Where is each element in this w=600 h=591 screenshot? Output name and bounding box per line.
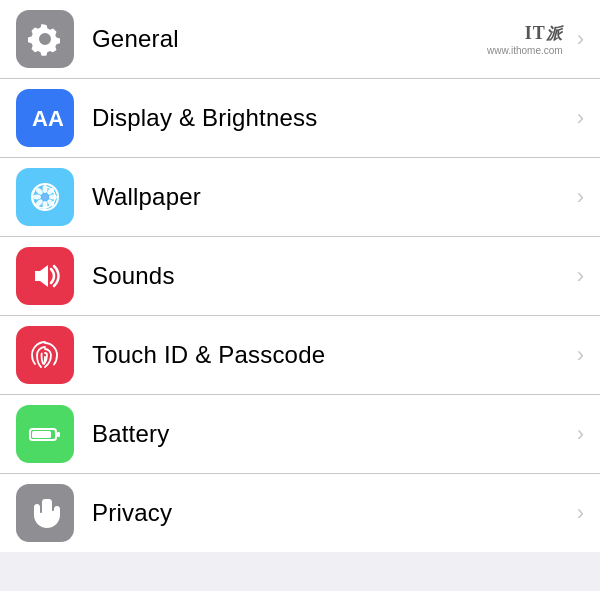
privacy-icon bbox=[27, 495, 63, 531]
wallpaper-chevron: › bbox=[577, 184, 584, 210]
svg-rect-12 bbox=[57, 432, 60, 437]
svg-point-8 bbox=[33, 195, 41, 200]
display-icon: AA bbox=[27, 100, 63, 136]
settings-row-display[interactable]: AA Display & Brightness › bbox=[0, 79, 600, 158]
battery-label: Battery bbox=[92, 420, 577, 448]
battery-icon bbox=[27, 416, 63, 452]
svg-point-2 bbox=[43, 185, 48, 193]
touchid-label: Touch ID & Passcode bbox=[92, 341, 577, 369]
gear-icon bbox=[27, 21, 63, 57]
svg-point-10 bbox=[41, 193, 49, 201]
watermark: IT派 www.ithome.com bbox=[487, 23, 563, 56]
svg-text:AA: AA bbox=[32, 106, 63, 131]
touchid-right: › bbox=[577, 342, 584, 368]
svg-point-6 bbox=[43, 201, 48, 209]
general-icon-wrap bbox=[16, 10, 74, 68]
display-icon-wrap: AA bbox=[16, 89, 74, 147]
settings-row-sounds[interactable]: Sounds › bbox=[0, 237, 600, 316]
privacy-icon-wrap bbox=[16, 484, 74, 542]
general-right: IT派 www.ithome.com › bbox=[487, 23, 584, 56]
svg-point-4 bbox=[49, 195, 57, 200]
display-chevron: › bbox=[577, 105, 584, 131]
watermark-url: www.ithome.com bbox=[487, 45, 563, 56]
display-right: › bbox=[577, 105, 584, 131]
general-label: General bbox=[92, 25, 487, 53]
settings-row-privacy[interactable]: Privacy › bbox=[0, 474, 600, 552]
settings-row-general[interactable]: General IT派 www.ithome.com › bbox=[0, 0, 600, 79]
general-chevron: › bbox=[577, 26, 584, 52]
settings-list: General IT派 www.ithome.com › AA Display … bbox=[0, 0, 600, 552]
sounds-icon bbox=[27, 258, 63, 294]
privacy-label: Privacy bbox=[92, 499, 577, 527]
battery-right: › bbox=[577, 421, 584, 447]
wallpaper-icon-wrap bbox=[16, 168, 74, 226]
wallpaper-label: Wallpaper bbox=[92, 183, 577, 211]
watermark-logo: IT派 bbox=[525, 23, 563, 45]
sounds-label: Sounds bbox=[92, 262, 577, 290]
svg-rect-13 bbox=[32, 431, 51, 438]
touchid-chevron: › bbox=[577, 342, 584, 368]
touchid-icon bbox=[27, 337, 63, 373]
wallpaper-icon bbox=[27, 179, 63, 215]
settings-row-touchid[interactable]: Touch ID & Passcode › bbox=[0, 316, 600, 395]
wallpaper-right: › bbox=[577, 184, 584, 210]
touchid-icon-wrap bbox=[16, 326, 74, 384]
privacy-chevron: › bbox=[577, 500, 584, 526]
battery-icon-wrap bbox=[16, 405, 74, 463]
settings-row-wallpaper[interactable]: Wallpaper › bbox=[0, 158, 600, 237]
battery-chevron: › bbox=[577, 421, 584, 447]
sounds-chevron: › bbox=[577, 263, 584, 289]
privacy-right: › bbox=[577, 500, 584, 526]
display-label: Display & Brightness bbox=[92, 104, 577, 132]
sounds-icon-wrap bbox=[16, 247, 74, 305]
settings-row-battery[interactable]: Battery › bbox=[0, 395, 600, 474]
sounds-right: › bbox=[577, 263, 584, 289]
